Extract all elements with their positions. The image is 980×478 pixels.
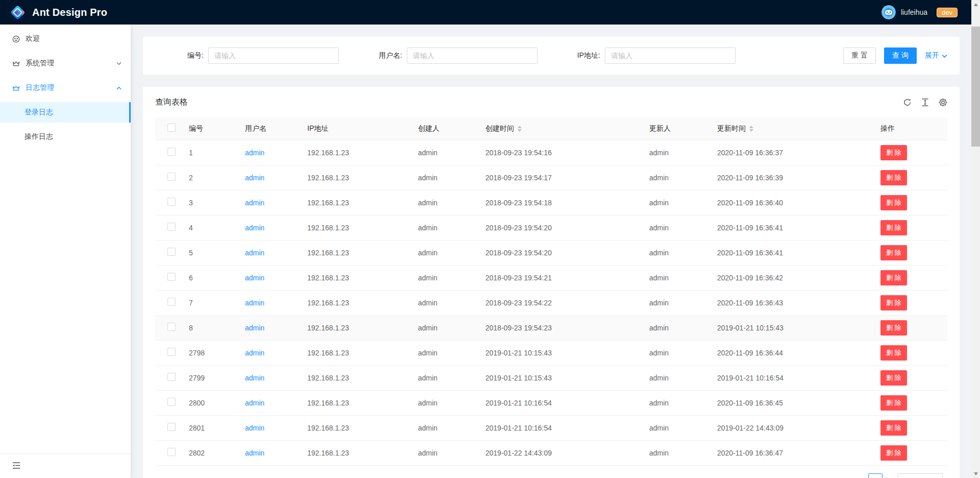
cell-updater: admin — [641, 440, 709, 465]
column-height-icon[interactable] — [921, 98, 929, 107]
column-label: IP地址 — [307, 124, 328, 133]
sidebar-collapse-trigger[interactable] — [0, 453, 131, 478]
sidebar-item-login-log[interactable]: 登录日志 — [0, 102, 131, 123]
row-checkbox[interactable] — [167, 323, 176, 331]
username-link[interactable]: admin — [245, 224, 264, 232]
expand-link[interactable]: 展开 — [925, 51, 947, 60]
cell-created-time: 2019-01-21 10:16:54 — [477, 390, 641, 415]
username-link[interactable]: admin — [245, 149, 264, 157]
sort-caret-icon[interactable] — [749, 126, 753, 132]
cell-ip: 192.168.1.23 — [299, 390, 410, 415]
row-checkbox[interactable] — [167, 173, 176, 181]
row-checkbox[interactable] — [167, 198, 176, 206]
window-scrollbar[interactable] — [971, 0, 980, 478]
delete-button[interactable]: 删 除 — [880, 145, 907, 160]
table-row: 2799admin192.168.1.23admin2019-01-21 10:… — [155, 365, 947, 390]
cell-creator: admin — [410, 440, 477, 465]
username-link[interactable]: admin — [245, 274, 264, 282]
row-checkbox[interactable] — [167, 223, 176, 231]
delete-button[interactable]: 删 除 — [880, 170, 907, 185]
sidebar-item-log-management[interactable]: 日志管理 — [0, 78, 131, 98]
column-label: 更新时间 — [717, 124, 746, 133]
cell-creator: admin — [410, 390, 477, 415]
column-header-action: 操作 — [872, 117, 947, 140]
cell-updated-time: 2020-11-09 16:36:39 — [709, 165, 872, 190]
row-checkbox[interactable] — [167, 298, 176, 306]
sidebar: 欢迎 系统管理 日志管理 登录日志 — [0, 25, 131, 478]
username-link[interactable]: admin — [245, 424, 264, 432]
username-link[interactable]: admin — [245, 299, 264, 307]
row-checkbox[interactable] — [167, 423, 176, 431]
sidebar-item-label: 日志管理 — [26, 83, 54, 92]
column-header-username: 用户名 — [237, 117, 299, 140]
top-header: Ant Design Pro liufeihua dev — [0, 0, 980, 25]
reload-icon[interactable] — [903, 98, 912, 107]
ip-field-label: IP地址: — [577, 51, 600, 60]
cell-created-time: 2019-01-22 14:43:09 — [477, 440, 641, 465]
username-link[interactable]: admin — [245, 374, 264, 382]
delete-button[interactable]: 删 除 — [880, 195, 907, 210]
cell-creator: admin — [410, 215, 477, 240]
username-link[interactable]: admin — [245, 324, 264, 332]
sidebar-item-operation-log[interactable]: 操作日志 — [0, 127, 131, 147]
ip-field[interactable] — [605, 47, 736, 64]
username-link[interactable]: admin — [245, 174, 264, 182]
delete-button[interactable]: 删 除 — [880, 420, 907, 436]
user-box[interactable]: liufeihua dev — [881, 5, 958, 19]
cell-id: 2802 — [181, 440, 237, 465]
column-header-checkbox — [155, 117, 181, 140]
sidebar-item-welcome[interactable]: 欢迎 — [0, 29, 131, 49]
search-button[interactable]: 查 询 — [884, 47, 917, 64]
column-header-updater: 更新人 — [641, 117, 709, 140]
column-header-created[interactable]: 创建时间 — [477, 117, 641, 140]
cell-ip: 192.168.1.23 — [299, 140, 410, 165]
username-link[interactable]: admin — [245, 449, 264, 457]
delete-button[interactable]: 删 除 — [880, 245, 907, 260]
pagination-current-page[interactable] — [868, 473, 883, 478]
reset-button[interactable]: 重 置 — [843, 47, 876, 64]
sort-caret-icon[interactable] — [518, 126, 522, 132]
form-item-id: 编号: — [187, 47, 339, 64]
cell-created-time: 2019-01-21 10:15:43 — [477, 340, 641, 365]
scroll-down-arrow-icon[interactable] — [971, 469, 980, 478]
table-row: 7admin192.168.1.23admin2018-09-23 19:54:… — [155, 290, 947, 315]
username-link[interactable]: admin — [245, 349, 264, 357]
cell-ip: 192.168.1.23 — [299, 290, 410, 315]
cell-created-time: 2018-09-23 19:54:20 — [477, 215, 641, 240]
row-checkbox[interactable] — [167, 348, 176, 356]
delete-button[interactable]: 删 除 — [880, 345, 907, 361]
delete-button[interactable]: 删 除 — [880, 220, 907, 235]
pagination-size-select[interactable] — [898, 473, 943, 478]
column-header-updated[interactable]: 更新时间 — [709, 117, 872, 140]
setting-gear-icon[interactable] — [939, 98, 947, 107]
row-checkbox[interactable] — [167, 148, 176, 156]
username-field[interactable] — [407, 47, 537, 64]
sidebar-item-system-management[interactable]: 系统管理 — [0, 53, 131, 74]
id-field[interactable] — [208, 47, 339, 64]
username-link[interactable]: admin — [245, 199, 264, 207]
delete-button[interactable]: 删 除 — [880, 370, 907, 386]
cell-ip: 192.168.1.23 — [299, 265, 410, 290]
row-checkbox[interactable] — [167, 373, 176, 381]
delete-button[interactable]: 删 除 — [880, 395, 907, 411]
chevron-down-icon — [942, 52, 947, 60]
username-link[interactable]: admin — [245, 399, 264, 407]
delete-button[interactable]: 删 除 — [880, 320, 907, 336]
delete-button[interactable]: 删 除 — [880, 295, 907, 310]
row-checkbox[interactable] — [167, 273, 176, 281]
crown-icon — [12, 84, 20, 92]
row-checkbox[interactable] — [167, 398, 176, 406]
form-actions: 重 置 查 询 展开 — [843, 47, 947, 64]
username-link[interactable]: admin — [245, 249, 264, 257]
row-checkbox[interactable] — [167, 248, 176, 256]
select-all-checkbox[interactable] — [167, 124, 176, 132]
cell-created-time: 2019-01-21 10:16:54 — [477, 415, 641, 440]
cell-ip: 192.168.1.23 — [299, 165, 410, 190]
delete-button[interactable]: 删 除 — [880, 270, 907, 285]
scrollbar-thumb[interactable] — [971, 27, 980, 147]
brand[interactable]: Ant Design Pro — [9, 4, 107, 21]
delete-button[interactable]: 删 除 — [880, 445, 907, 461]
scroll-up-arrow-icon[interactable] — [971, 0, 980, 9]
cell-updated-time: 2020-11-09 16:36:40 — [709, 190, 872, 215]
row-checkbox[interactable] — [167, 448, 176, 456]
